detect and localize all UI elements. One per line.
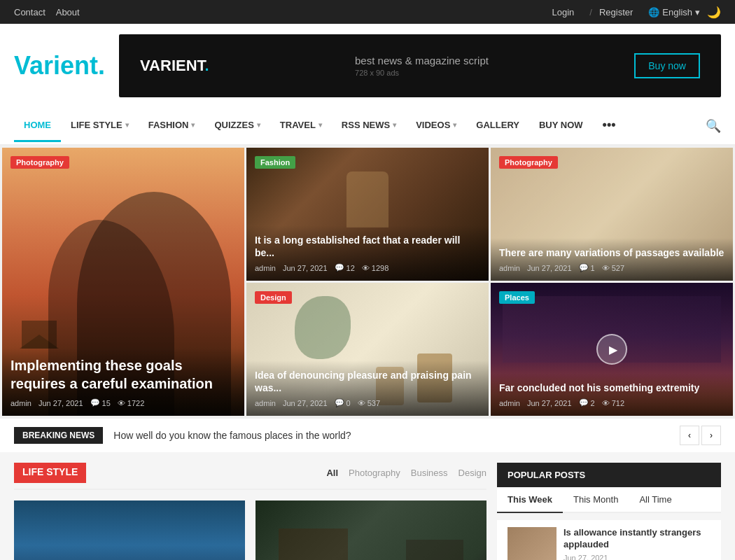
main-card-overlay: Implementing these goals requires a care…	[2, 348, 244, 416]
bot-mid-meta: admin Jun 27, 2021 💬 0 👁 537	[255, 398, 480, 407]
chevron-down-icon: ▾	[318, 121, 322, 129]
top-bar: Contact About Login / Register 🌐 English…	[0, 0, 735, 24]
breaking-prev-button[interactable]: ‹	[680, 426, 699, 445]
hero-top-right-card[interactable]: Photography There are many variations of…	[491, 148, 733, 281]
logo[interactable]: Varient.	[14, 51, 105, 80]
author-label: admin	[10, 399, 31, 407]
chevron-down-icon: ▾	[125, 121, 129, 129]
breaking-news-nav: ‹ ›	[680, 426, 721, 445]
popular-tab-all-time[interactable]: All Time	[629, 487, 682, 513]
top-right-title: There are many variations of passages av…	[499, 246, 724, 259]
chevron-down-icon: ▾	[695, 7, 700, 18]
bot-mid-overlay: Idea of denouncing pleasure and praising…	[246, 360, 489, 416]
ad-banner[interactable]: VARIENT. best news & magazine script 728…	[119, 34, 721, 97]
lifestyle-section-title: LIFE STYLE	[14, 463, 86, 481]
bot-right-title: Far concluded not his something extremit…	[499, 382, 724, 394]
bot-mid-title: Idea of denouncing pleasure and praising…	[255, 369, 480, 394]
chevron-down-icon: ▾	[191, 121, 195, 129]
dark-mode-toggle[interactable]: 🌙	[707, 6, 721, 19]
logo-dot: .	[98, 51, 105, 80]
top-mid-tag: Fashion	[255, 156, 295, 169]
hero-bot-mid-card[interactable]: Design Idea of denouncing pleasure and p…	[246, 283, 489, 416]
content-area: LIFE STYLE All Photography Business Desi…	[0, 452, 735, 560]
popular-tab-this-week[interactable]: This Week	[497, 487, 563, 513]
main-card-tag: Photography	[10, 156, 69, 169]
bot-right-tag: Places	[499, 291, 535, 304]
bot-mid-tag: Design	[255, 291, 292, 304]
top-right-overlay: There are many variations of passages av…	[491, 238, 733, 281]
nav-item-gallery[interactable]: GALLERY	[466, 110, 529, 142]
lifestyle-section: LIFE STYLE All Photography Business Desi…	[14, 463, 486, 560]
ad-banner-subtitle: best news & magazine script 728 x 90 ads	[355, 55, 489, 78]
bot-right-meta: admin Jun 27, 2021 💬 2 👁 712	[499, 398, 724, 407]
main-card-meta: admin Jun 27, 2021 💬 15 👁 1722	[10, 398, 236, 407]
main-card-title: Implementing these goals requires a care…	[10, 356, 236, 393]
hero-grid: Photography Implementing these goals req…	[2, 148, 733, 416]
video-play-button[interactable]	[596, 334, 627, 365]
popular-posts-title: POPULAR POSTS	[507, 470, 585, 480]
popular-post-image	[507, 527, 556, 560]
popular-posts-section: POPULAR POSTS This Week This Month All T…	[497, 463, 721, 560]
popular-post-item[interactable]: Is allowance instantly strangers applaud…	[497, 520, 721, 560]
contact-link[interactable]: Contact	[14, 7, 46, 18]
auth-divider: /	[589, 7, 592, 18]
hero-bot-right-card[interactable]: Places Far concluded not his something e…	[491, 283, 733, 416]
filter-business[interactable]: Business	[411, 468, 448, 478]
filter-design[interactable]: Design	[458, 468, 486, 478]
language-selector[interactable]: 🌐 English ▾	[648, 7, 700, 18]
nav-item-lifestyle[interactable]: LIFE STYLE ▾	[61, 110, 139, 142]
date-label: Jun 27, 2021	[38, 399, 83, 407]
nav-item-quizzes[interactable]: QUIZZES ▾	[204, 110, 270, 142]
chevron-down-icon: ▾	[257, 121, 260, 129]
main-content: LIFE STYLE All Photography Business Desi…	[14, 463, 486, 560]
article-card[interactable]: Travel Ocean waves and coastal adventure…	[14, 500, 245, 560]
top-mid-title: It is a long established fact that a rea…	[255, 234, 480, 259]
nav-item-videos[interactable]: VIDEOS ▾	[406, 110, 466, 142]
lifestyle-filters: All Photography Business Design	[326, 468, 486, 478]
nav-item-travel[interactable]: TRAVEL ▾	[270, 110, 332, 142]
article-grid: Travel Ocean waves and coastal adventure…	[14, 500, 486, 560]
breaking-next-button[interactable]: ›	[701, 426, 721, 445]
breaking-news-label: BREAKING NEWS	[14, 427, 103, 444]
nav-item-fashion[interactable]: FASHION ▾	[139, 110, 205, 142]
search-icon[interactable]: 🔍	[706, 118, 721, 134]
sidebar: POPULAR POSTS This Week This Month All T…	[497, 463, 721, 560]
views-label: 👁 1722	[118, 399, 144, 407]
top-right-tag: Photography	[499, 156, 558, 169]
navigation: HOME LIFE STYLE ▾ FASHION ▾ QUIZZES ▾ TR…	[0, 108, 735, 146]
popular-posts-tabs: This Week This Month All Time	[497, 487, 721, 513]
chevron-down-icon: ▾	[393, 121, 396, 129]
ad-buy-now-button[interactable]: Buy now	[634, 53, 700, 78]
hero-main-card[interactable]: Photography Implementing these goals req…	[2, 148, 244, 416]
breaking-news-bar: BREAKING NEWS How well do you know the f…	[0, 418, 735, 452]
article-image	[255, 500, 486, 560]
header: Varient. VARIENT. best news & magazine s…	[0, 24, 735, 108]
comments-label: 💬 15	[90, 398, 111, 407]
popular-post-meta: Jun 27, 2021	[564, 554, 710, 560]
nav-item-buynow[interactable]: BUY NOW	[529, 110, 593, 142]
popular-post-info: Is allowance instantly strangers applaud…	[564, 527, 710, 560]
popular-tab-this-month[interactable]: This Month	[563, 487, 629, 513]
breaking-news-text: How well do you know the famous places i…	[113, 430, 669, 441]
more-nav-button[interactable]: •••	[593, 108, 626, 144]
chevron-down-icon: ▾	[453, 121, 456, 129]
popular-posts-header: POPULAR POSTS	[497, 463, 721, 487]
lifestyle-section-header: LIFE STYLE All Photography Business Desi…	[14, 463, 486, 490]
ad-banner-title: VARIENT.	[140, 57, 209, 75]
article-image	[14, 500, 245, 560]
top-mid-meta: admin Jun 27, 2021 💬 12 👁 1298	[255, 263, 480, 272]
article-card[interactable]: Fashion Street style urban photography	[255, 500, 486, 560]
about-link[interactable]: About	[56, 7, 80, 18]
top-bar-links: Contact About	[14, 7, 88, 18]
filter-all[interactable]: All	[326, 468, 338, 478]
nav-item-rssnews[interactable]: RSS NEWS ▾	[332, 110, 406, 142]
login-link[interactable]: Login	[552, 7, 575, 18]
filter-photography[interactable]: Photography	[349, 468, 400, 478]
hero-top-mid-card[interactable]: Fashion It is a long established fact th…	[246, 148, 489, 281]
logo-text: Varient	[14, 51, 98, 80]
nav-item-home[interactable]: HOME	[14, 110, 61, 142]
top-mid-overlay: It is a long established fact that a rea…	[246, 225, 489, 281]
top-right-meta: admin Jun 27, 2021 💬 1 👁 527	[499, 263, 724, 272]
register-link[interactable]: Register	[599, 7, 633, 18]
bot-right-overlay: Far concluded not his something extremit…	[491, 373, 733, 416]
